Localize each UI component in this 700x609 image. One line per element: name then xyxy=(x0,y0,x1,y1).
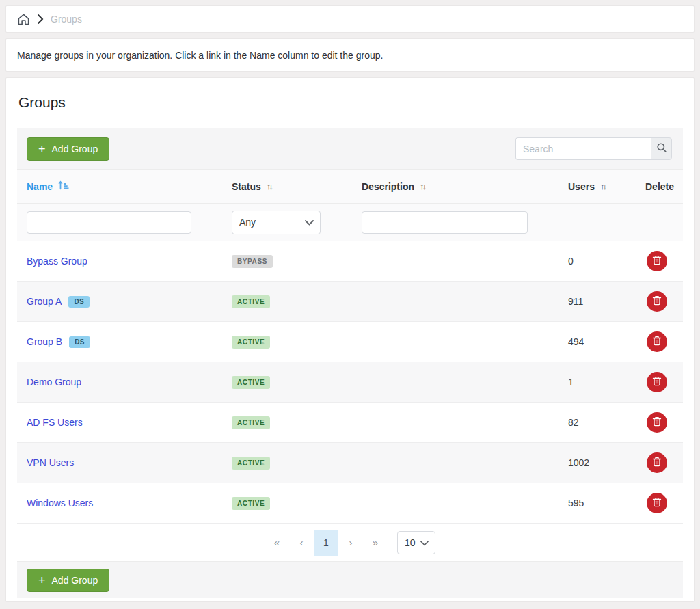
users-count: 911 xyxy=(568,296,645,307)
groups-panel: Groups + Add Group N xyxy=(5,77,695,602)
name-filter-input[interactable] xyxy=(27,211,191,234)
delete-group-button[interactable] xyxy=(647,372,667,392)
delete-group-button[interactable] xyxy=(647,291,667,312)
plus-icon: + xyxy=(38,574,46,586)
table-row: Demo Group ACTIVE 1 xyxy=(17,362,683,403)
add-group-label: Add Group xyxy=(52,144,98,154)
table-row: VPN Users ACTIVE 1002 xyxy=(17,443,683,483)
group-name-link[interactable]: Group B xyxy=(27,336,62,347)
add-group-button-bottom[interactable]: + Add Group xyxy=(27,569,109,592)
delete-group-button[interactable] xyxy=(647,251,667,271)
table-row: AD FS Users ACTIVE 82 xyxy=(17,403,683,443)
last-page-button[interactable]: » xyxy=(363,530,388,555)
status-badge: ACTIVE xyxy=(232,416,270,429)
delete-group-button[interactable] xyxy=(647,493,667,513)
ds-tag-badge: DS xyxy=(68,296,90,308)
groups-table: + Add Group Name xyxy=(17,128,683,598)
delete-group-button[interactable] xyxy=(647,331,667,352)
column-label: Users xyxy=(568,181,595,192)
ds-tag-badge: DS xyxy=(69,336,90,348)
delete-group-button[interactable] xyxy=(647,452,667,473)
sort-asc-icon xyxy=(58,180,70,193)
first-page-button[interactable]: « xyxy=(265,530,289,555)
table-filter-row: Any xyxy=(17,204,683,241)
status-filter-select[interactable]: Any xyxy=(232,211,321,234)
add-group-label: Add Group xyxy=(52,575,98,586)
search-group xyxy=(515,137,672,160)
trash-icon xyxy=(652,497,662,509)
table-row: Group A DS ACTIVE 911 xyxy=(17,282,683,322)
trash-icon xyxy=(652,457,662,469)
current-page-button[interactable]: 1 xyxy=(314,530,338,556)
users-count: 1 xyxy=(568,377,645,388)
sort-both-icon: ↑↓ xyxy=(600,181,607,191)
users-count: 595 xyxy=(568,498,645,509)
group-name-link[interactable]: Group A xyxy=(27,296,62,307)
add-group-button[interactable]: + Add Group xyxy=(27,137,109,161)
sort-both-icon: ↑↓ xyxy=(420,181,427,191)
table-header-row: Name Status ↑↓ Description ↑↓ xyxy=(17,170,683,204)
delete-group-button[interactable] xyxy=(647,412,667,433)
column-header-users[interactable]: Users ↑↓ xyxy=(568,181,645,192)
trash-icon xyxy=(652,295,662,308)
group-name-link[interactable]: Windows Users xyxy=(27,498,93,509)
plus-icon: + xyxy=(38,143,46,155)
group-name-link[interactable]: Demo Group xyxy=(27,377,81,388)
table-row: Bypass Group BYPASS 0 xyxy=(17,241,683,282)
table-row: Group B DS ACTIVE 494 xyxy=(17,322,683,362)
column-header-delete: Delete xyxy=(645,181,695,192)
users-count: 0 xyxy=(568,256,645,267)
trash-icon xyxy=(652,376,662,388)
table-toolbar: + Add Group xyxy=(17,128,683,170)
next-page-button[interactable]: › xyxy=(338,530,363,555)
column-label: Status xyxy=(232,181,261,192)
prev-page-button[interactable]: ‹ xyxy=(289,530,314,555)
status-badge: ACTIVE xyxy=(232,497,270,510)
trash-icon xyxy=(652,416,662,429)
breadcrumb-current: Groups xyxy=(51,14,82,25)
column-header-name[interactable]: Name xyxy=(27,180,232,193)
column-label: Name xyxy=(27,181,53,192)
search-button[interactable] xyxy=(651,137,672,160)
home-icon[interactable] xyxy=(17,13,30,26)
breadcrumb: Groups xyxy=(5,5,695,33)
group-name-link[interactable]: AD FS Users xyxy=(27,417,83,428)
column-header-description[interactable]: Description ↑↓ xyxy=(362,181,568,192)
column-label: Delete xyxy=(645,181,674,192)
group-name-link[interactable]: Bypass Group xyxy=(27,256,88,267)
trash-icon xyxy=(652,255,662,267)
status-badge: BYPASS xyxy=(232,255,273,268)
users-count: 1002 xyxy=(568,457,645,468)
search-input[interactable] xyxy=(515,137,651,160)
sort-both-icon: ↑↓ xyxy=(267,181,273,191)
info-banner: Manage groups in your organization. Clic… xyxy=(5,38,695,72)
group-name-link[interactable]: VPN Users xyxy=(27,457,74,468)
page-size-select[interactable]: 10 xyxy=(397,531,435,554)
description-filter-input[interactable] xyxy=(362,211,528,234)
status-badge: ACTIVE xyxy=(232,336,270,349)
column-header-status[interactable]: Status ↑↓ xyxy=(232,181,362,192)
status-badge: ACTIVE xyxy=(232,295,270,308)
status-badge: ACTIVE xyxy=(232,376,270,389)
pagination: « ‹ 1 › » 10 xyxy=(17,524,683,561)
table-body: Bypass Group BYPASS 0 xyxy=(17,241,683,524)
info-banner-text: Manage groups in your organization. Clic… xyxy=(17,50,383,61)
status-badge: ACTIVE xyxy=(232,457,270,470)
column-label: Description xyxy=(362,181,414,192)
table-row: Windows Users ACTIVE 595 xyxy=(17,483,683,524)
users-count: 82 xyxy=(568,417,645,428)
chevron-right-icon xyxy=(37,14,44,24)
trash-icon xyxy=(652,336,662,348)
table-footer: + Add Group xyxy=(17,561,683,598)
search-icon xyxy=(656,142,667,155)
users-count: 494 xyxy=(568,336,645,347)
page-title: Groups xyxy=(17,89,683,111)
